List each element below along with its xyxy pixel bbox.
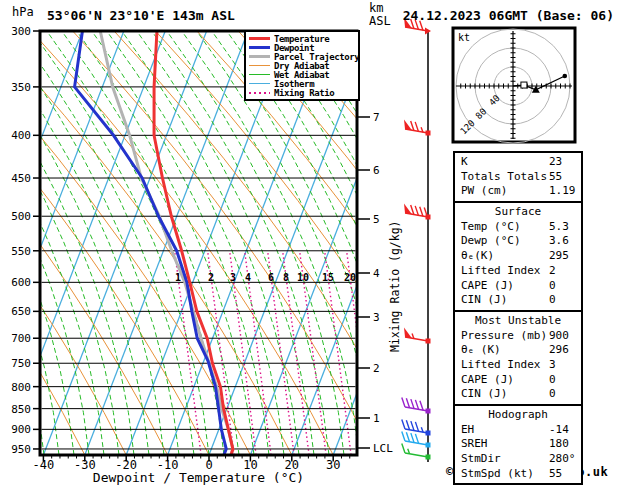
mixing-ratio-line-swatch	[249, 92, 270, 94]
stat-row-surface-cape: CAPE (J)0	[455, 279, 581, 294]
mixing-ratio-axis-label: Mixing Ratio (g/kg)	[388, 220, 402, 352]
wind-barb-icon	[404, 204, 431, 220]
mixing-ratio-line	[230, 253, 256, 455]
stat-row-k: K23	[455, 155, 581, 170]
stat-row-mu-cape: CAPE (J)0	[455, 373, 581, 388]
mixing-ratio-value-label: 6	[268, 272, 274, 283]
legend-item-mixing-ratio: Mixing Ratio	[246, 88, 358, 97]
lcl-label: LCL	[373, 442, 393, 455]
km-axis-unit: km ASL	[369, 2, 391, 28]
mixing-ratio-value-label: 8	[283, 272, 289, 283]
hodograph-marker-square	[521, 82, 527, 88]
mixing-ratio-value-label: 4	[245, 272, 251, 283]
km-tick-label: 1	[373, 412, 380, 425]
stats-hodograph-box: Hodograph EH-14 SREH180 StmDir280° StmSp…	[453, 404, 583, 485]
stat-row-stmdir: StmDir280°	[455, 452, 581, 467]
mixing-ratio-value-label: 15	[322, 272, 334, 283]
mixing-ratio-value-label: 20	[344, 272, 356, 283]
pressure-tick-label: 900	[11, 423, 31, 436]
most-unstable-section-title: Most Unstable	[455, 314, 581, 329]
pressure-tick-label: 700	[11, 332, 31, 345]
pressure-tick-label: 750	[11, 357, 31, 370]
km-tick-label: 7	[373, 111, 380, 124]
pressure-axis-unit: hPa	[12, 5, 34, 19]
stat-row-surface-dewp: Dewp (°C)3.6	[455, 234, 581, 249]
hodograph-trace-endpoint	[562, 74, 567, 79]
mixing-ratio-line	[347, 253, 373, 455]
datetime-title: 24.12.2023 06GMT (Base: 06)	[402, 8, 614, 23]
pressure-tick-label: 550	[11, 245, 31, 258]
temperature-curve	[154, 31, 233, 454]
pressure-tick-label: 350	[11, 81, 31, 94]
mixing-ratio-value-label: 3	[230, 272, 236, 283]
km-tick-label: 3	[373, 311, 380, 324]
sounding-page: 1234681015202530035040045050055060065070…	[0, 0, 629, 486]
mixing-ratio-line	[359, 253, 385, 455]
mixing-ratio-line	[325, 253, 351, 455]
pressure-tick-label: 850	[11, 403, 31, 416]
mixing-ratio-line	[245, 253, 271, 455]
station-title: 53°06'N 23°10'E 143m ASL	[47, 8, 235, 23]
stat-row-surface-cin: CIN (J)0	[455, 293, 581, 308]
pressure-tick-label: 650	[11, 305, 31, 318]
stats-surface-box: Surface Temp (°C)5.3 Dewp (°C)3.6 θₑ(K)2…	[453, 201, 583, 312]
km-tick-label: 6	[373, 164, 380, 177]
stat-row-sreh: SREH180	[455, 437, 581, 452]
stat-row-mu-pressure: Pressure (mb)900	[455, 329, 581, 344]
stat-row-surface-li: Lifted Index2	[455, 264, 581, 279]
wind-barb-icon	[402, 398, 431, 414]
hodograph-section-title: Hodograph	[455, 408, 581, 423]
wet-adiabat-line-swatch	[249, 74, 270, 76]
dewpoint-line-swatch	[249, 46, 270, 49]
pressure-tick-label: 800	[11, 381, 31, 394]
km-tick-label: 4	[373, 267, 380, 280]
pressure-tick-label: 450	[11, 172, 31, 185]
stat-row-totals-totals: Totals Totals55	[455, 170, 581, 185]
dry-adiabat-line	[0, 31, 209, 455]
pressure-tick-label: 600	[11, 276, 31, 289]
stats-most-unstable-box: Most Unstable Pressure (mb)900 θₑ (K)296…	[453, 310, 583, 406]
surface-section-title: Surface	[455, 205, 581, 220]
isotherm-line	[43, 31, 206, 455]
stats-indices-box: K23 Totals Totals55 PW (cm)1.19	[453, 151, 583, 203]
hodograph: 4080120kt	[453, 28, 575, 143]
stat-row-eh: EH-14	[455, 423, 581, 438]
parcel-line-swatch	[249, 55, 270, 58]
temperature-line-swatch	[249, 37, 270, 40]
pressure-tick-label: 500	[11, 210, 31, 223]
stat-row-mu-li: Lifted Index3	[455, 358, 581, 373]
legend-label: Mixing Ratio	[274, 88, 334, 98]
pressure-tick-label: 950	[11, 443, 31, 456]
wind-barb-icon	[404, 120, 431, 136]
temperature-axis-caption: Dewpoint / Temperature (°C)	[40, 470, 357, 485]
pressure-tick-label: 300	[11, 25, 31, 38]
km-axis-unit-asl: ASL	[369, 15, 391, 28]
hodograph-unit-label: kt	[458, 32, 470, 43]
stats-panel: K23 Totals Totals55 PW (cm)1.19 Surface …	[453, 153, 583, 485]
mixing-ratio-value-label: 10	[297, 272, 309, 283]
mixing-ratio-value-label: 2	[208, 272, 214, 283]
stat-row-stmspd: StmSpd (kt)55	[455, 467, 581, 482]
stat-row-mu-thetae: θₑ (K)296	[455, 343, 581, 358]
pressure-tick-label: 400	[11, 129, 31, 142]
wind-barb-icon	[404, 328, 431, 344]
stat-row-mu-cin: CIN (J)0	[455, 387, 581, 402]
stat-row-surface-temp: Temp (°C)5.3	[455, 220, 581, 235]
stat-row-surface-thetae: θₑ(K)295	[455, 249, 581, 264]
km-tick-label: 2	[373, 362, 380, 375]
km-tick-label: 5	[373, 213, 380, 226]
stat-row-pw: PW (cm)1.19	[455, 184, 581, 199]
dry-adiabat-line-swatch	[249, 65, 270, 67]
isotherm-line-swatch	[249, 83, 270, 85]
chart-legend: Temperature Dewpoint Parcel Trajectory D…	[244, 30, 360, 101]
